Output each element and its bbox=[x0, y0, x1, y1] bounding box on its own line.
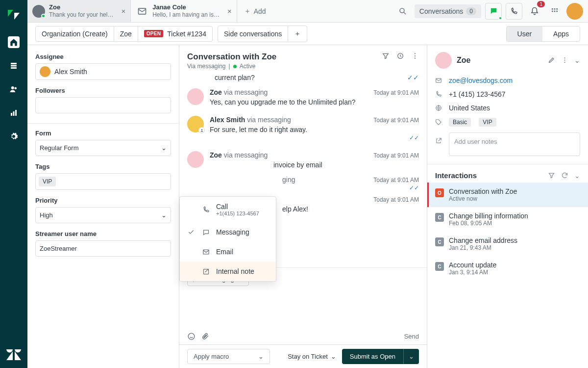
svg-rect-7 bbox=[15, 110, 17, 116]
tag-chip[interactable]: VIP bbox=[39, 177, 56, 186]
user-tag[interactable]: VIP bbox=[479, 118, 496, 127]
followers-label: Followers bbox=[35, 87, 171, 94]
interaction-item[interactable]: C Change billing informationFeb 08, 9:05… bbox=[427, 207, 588, 232]
notifications-icon[interactable]: 1 bbox=[526, 3, 543, 20]
context-panel-tabs: User Apps bbox=[506, 26, 580, 42]
edit-icon[interactable] bbox=[548, 56, 555, 64]
svg-rect-6 bbox=[13, 111, 15, 116]
tab-subtitle: Hello, I am having an is… bbox=[152, 11, 220, 19]
svg-rect-12 bbox=[556, 8, 558, 10]
attachment-icon[interactable] bbox=[201, 332, 209, 341]
channel-option-messaging[interactable]: Messaging bbox=[180, 222, 276, 242]
tags-input[interactable]: VIP bbox=[35, 173, 171, 190]
channel-option-internal-note[interactable]: Internal note bbox=[180, 262, 276, 281]
followers-input[interactable] bbox=[35, 97, 171, 113]
assignee-field[interactable]: Alex Smith bbox=[35, 63, 171, 80]
svg-point-25 bbox=[564, 60, 565, 61]
tags-label: Tags bbox=[35, 163, 171, 170]
svg-rect-14 bbox=[554, 10, 556, 12]
nav-home-icon[interactable] bbox=[8, 36, 20, 48]
filter-icon[interactable] bbox=[548, 172, 555, 180]
svg-rect-0 bbox=[11, 63, 17, 64]
zendesk-logo-icon bbox=[6, 349, 21, 360]
user-email[interactable]: zoe@lovesdogs.com bbox=[449, 77, 513, 84]
emoji-icon[interactable] bbox=[187, 332, 196, 341]
check-icon bbox=[187, 229, 196, 236]
events-icon[interactable] bbox=[396, 52, 404, 60]
ticket-status-part[interactable]: OPEN Ticket #1234 bbox=[138, 26, 212, 41]
svg-point-19 bbox=[415, 58, 416, 59]
messaging-icon bbox=[201, 229, 210, 236]
svg-point-20 bbox=[201, 129, 202, 131]
send-button[interactable]: Send bbox=[404, 333, 419, 340]
filter-icon[interactable] bbox=[382, 52, 390, 60]
chevron-down-icon[interactable]: ⌄ bbox=[574, 56, 580, 64]
add-tab-button[interactable]: ＋ Add bbox=[237, 0, 273, 22]
custom-field-input[interactable] bbox=[35, 240, 171, 257]
requester-button[interactable]: Zoe bbox=[114, 26, 138, 41]
status-badge-icon: C bbox=[435, 237, 444, 246]
form-label: Form bbox=[35, 130, 171, 137]
side-conversations-button[interactable]: Side conversations bbox=[218, 26, 288, 41]
user-tag[interactable]: Basic bbox=[449, 118, 471, 127]
svg-rect-1 bbox=[11, 65, 17, 67]
kebab-icon[interactable] bbox=[411, 52, 419, 60]
refresh-icon[interactable] bbox=[561, 172, 568, 180]
nav-views-icon[interactable] bbox=[8, 60, 20, 72]
tab-ticket-zoe[interactable]: Zoe Thank you for your hel… × bbox=[27, 0, 131, 22]
interaction-item[interactable]: C Change email addressJan 21, 9:43 AM bbox=[427, 232, 588, 256]
nav-customers-icon[interactable] bbox=[8, 83, 20, 95]
stay-on-ticket-button[interactable]: Stay on Ticket ⌄ bbox=[288, 353, 336, 360]
plus-icon: ＋ bbox=[244, 7, 251, 16]
avatar-icon bbox=[40, 66, 50, 77]
search-icon[interactable] bbox=[395, 3, 411, 19]
close-icon[interactable]: × bbox=[227, 7, 232, 15]
conversation-title: Conversation with Zoe bbox=[187, 52, 276, 62]
envelope-icon bbox=[136, 5, 148, 18]
priority-select[interactable]: High ⌄ bbox=[35, 207, 171, 223]
app-logo-icon bbox=[6, 7, 22, 23]
user-notes-input[interactable]: Add user notes bbox=[449, 132, 580, 156]
user-context-panel: Zoe ⌄ zoe@lovesdogs.com +1 (415) 123-456… bbox=[427, 45, 588, 368]
add-tab-label: Add bbox=[254, 7, 266, 15]
chevron-down-icon: ⌄ bbox=[161, 144, 167, 152]
ticket-toolbar: Organization (Create) Zoe OPEN Ticket #1… bbox=[27, 23, 588, 45]
submit-button[interactable]: Submit as Open bbox=[342, 349, 403, 364]
submit-menu-button[interactable]: ⌄ bbox=[403, 349, 419, 364]
svg-rect-2 bbox=[11, 67, 17, 69]
chevron-down-icon: ⌄ bbox=[161, 211, 167, 219]
nav-admin-icon[interactable] bbox=[8, 131, 20, 142]
form-select[interactable]: Regular Form ⌄ bbox=[35, 140, 171, 156]
apply-macro-select[interactable]: Apply macro ⌄ bbox=[187, 349, 270, 364]
chevron-down-icon: ⌄ bbox=[258, 353, 264, 360]
phone-icon bbox=[201, 206, 210, 213]
message: Zoe via messaging Today at 9:01 AM invoi… bbox=[187, 146, 419, 174]
tab-apps[interactable]: Apps bbox=[542, 26, 580, 41]
svg-point-18 bbox=[415, 55, 416, 56]
close-icon[interactable]: × bbox=[121, 7, 125, 15]
chat-status-icon[interactable] bbox=[485, 3, 502, 20]
read-receipt-icon: ✓✓ bbox=[210, 184, 419, 191]
chevron-down-icon[interactable]: ⌄ bbox=[574, 172, 580, 180]
tab-ticket-janae[interactable]: Janae Cole Hello, I am having an is… × bbox=[131, 0, 237, 22]
composer-textarea[interactable] bbox=[187, 286, 419, 329]
ticket-properties-panel: Assignee Alex Smith Followers Form Regul… bbox=[27, 45, 179, 368]
apps-grid-icon[interactable] bbox=[547, 3, 563, 19]
svg-point-17 bbox=[415, 53, 416, 54]
avatar-icon bbox=[187, 151, 204, 168]
organization-button[interactable]: Organization (Create) bbox=[36, 26, 114, 41]
conversations-button[interactable]: Conversations 0 bbox=[415, 4, 481, 18]
channel-option-email[interactable]: Email bbox=[180, 242, 276, 262]
tab-user[interactable]: User bbox=[507, 26, 543, 41]
interaction-item[interactable]: C Account updateJan 3, 9:14 AM bbox=[427, 256, 588, 281]
side-conversations-add[interactable]: ＋ bbox=[288, 26, 307, 42]
svg-point-3 bbox=[11, 86, 14, 89]
current-user-avatar[interactable] bbox=[566, 3, 583, 20]
status-badge: OPEN bbox=[144, 30, 164, 37]
interaction-item[interactable]: O Conversation with ZoeActive now bbox=[427, 183, 588, 207]
talk-icon[interactable] bbox=[506, 3, 522, 20]
nav-reporting-icon[interactable] bbox=[8, 107, 20, 119]
channel-option-call[interactable]: Call +1(415) 123-4567 bbox=[180, 197, 276, 222]
kebab-icon[interactable] bbox=[561, 56, 568, 64]
conversation-status: Active bbox=[240, 63, 256, 70]
